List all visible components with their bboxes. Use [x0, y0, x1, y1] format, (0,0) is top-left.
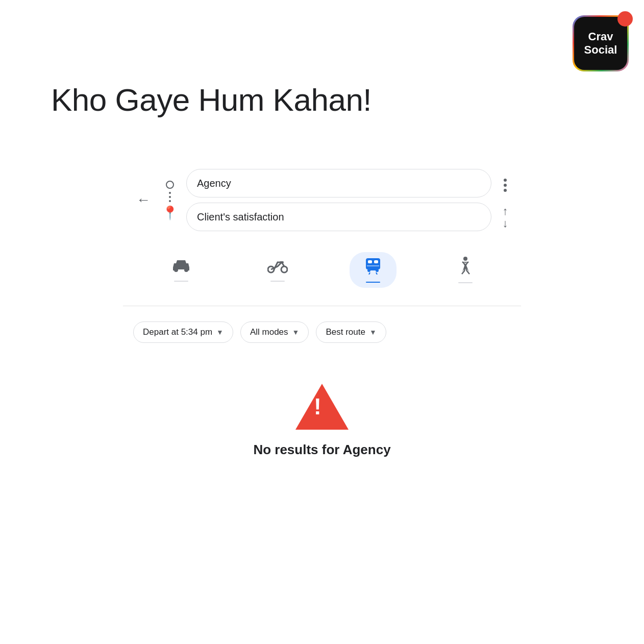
svg-point-3 [174, 268, 178, 272]
svg-rect-11 [367, 265, 379, 266]
origin-input[interactable] [186, 169, 491, 197]
all-modes-filter[interactable]: All modes ▼ [240, 321, 309, 343]
origin-dot [166, 181, 174, 189]
car-mode-button[interactable] [157, 253, 206, 287]
logo-box: CravSocial [574, 17, 627, 70]
destination-input[interactable] [186, 203, 491, 231]
destination-pin-icon: 📍 [162, 205, 178, 221]
transit-icon [365, 257, 381, 279]
swap-directions-button[interactable]: ↑ ↓ [503, 205, 508, 230]
svg-rect-10 [374, 260, 378, 263]
transit-mode-underline [366, 282, 380, 283]
more-options-button[interactable] [500, 175, 511, 196]
filters-section: Depart at 5:34 pm ▼ All modes ▼ Best rou… [133, 321, 511, 343]
logo-dot [617, 11, 633, 27]
bike-mode-underline [270, 281, 285, 282]
walk-mode-underline [458, 282, 473, 283]
main-content: Kho Gaye Hum Kahan! ← 📍 [0, 0, 644, 524]
bike-mode-button[interactable] [252, 253, 303, 287]
route-section: ← 📍 [133, 169, 511, 231]
transit-mode-button[interactable] [350, 252, 397, 288]
route-chevron-icon: ▼ [369, 328, 377, 336]
route-dots [169, 192, 171, 202]
inputs-column [186, 169, 491, 231]
maps-card: ← 📍 [123, 154, 521, 493]
page-title: Kho Gaye Hum Kahan! [51, 82, 593, 118]
walk-icon [459, 257, 472, 279]
best-route-filter[interactable]: Best route ▼ [316, 321, 386, 343]
svg-point-0 [504, 179, 507, 182]
modes-chevron-icon: ▼ [292, 328, 300, 336]
car-icon [172, 258, 190, 278]
logo-text: CravSocial [584, 30, 617, 57]
walk-mode-button[interactable] [443, 252, 488, 288]
bike-icon [267, 258, 288, 278]
back-button[interactable]: ← [133, 190, 154, 210]
logo-container: CravSocial [573, 15, 629, 71]
svg-rect-7 [280, 261, 284, 263]
route-label: Best route [326, 327, 365, 337]
route-icons-column: 📍 [162, 180, 178, 221]
depart-time-filter[interactable]: Depart at 5:34 pm ▼ [133, 321, 233, 343]
depart-chevron-icon: ▼ [216, 328, 224, 336]
car-mode-underline [174, 281, 188, 282]
svg-rect-9 [368, 260, 372, 263]
no-results-text: No results for Agency [253, 442, 390, 458]
svg-point-15 [463, 257, 467, 261]
svg-point-4 [184, 268, 188, 272]
svg-point-1 [504, 184, 507, 187]
modes-label: All modes [250, 327, 288, 337]
warning-triangle-icon [295, 384, 349, 430]
svg-rect-8 [366, 258, 380, 269]
transport-modes-section [133, 246, 511, 293]
svg-rect-14 [369, 269, 377, 270]
svg-point-2 [504, 189, 507, 192]
divider [123, 306, 521, 306]
swap-arrows-icon: ↑ ↓ [503, 205, 508, 230]
no-results-section: No results for Agency [133, 363, 511, 478]
depart-label: Depart at 5:34 pm [143, 327, 212, 337]
svg-point-6 [281, 266, 287, 273]
